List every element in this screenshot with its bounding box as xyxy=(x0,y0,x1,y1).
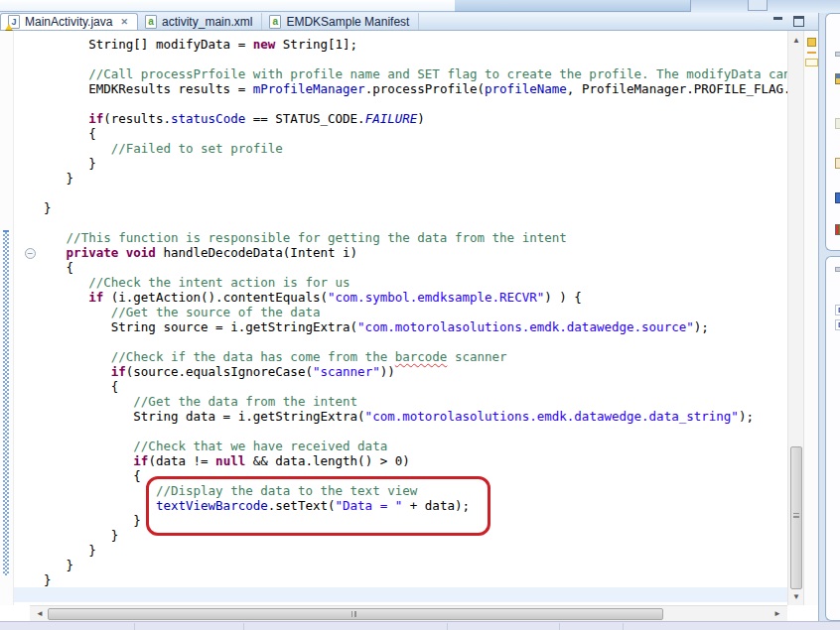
overview-ruler[interactable] xyxy=(803,31,818,605)
warning-range-marker[interactable] xyxy=(805,59,818,66)
horizontal-scrollbar[interactable]: ◄ ► xyxy=(30,605,787,621)
code-line: String source = i.getStringExtra("com.mo… xyxy=(44,319,787,334)
java-file-warning-icon: J xyxy=(8,15,20,29)
minimize-icon[interactable] xyxy=(772,16,785,27)
annotation-ruler[interactable] xyxy=(0,31,14,605)
android-xml-file-icon: a xyxy=(269,15,281,29)
horizontal-scrollbar-row: ◄ ► xyxy=(0,605,818,621)
code-line: EMDKResults results = mProfileManager.pr… xyxy=(44,81,787,96)
tab-label: activity_main.xml xyxy=(162,15,252,29)
code-line: //Failed to set profile xyxy=(44,141,787,156)
tab-mainactivity-java[interactable]: J MainActivity.java ✕ xyxy=(0,13,138,30)
code-line: if(source.equalsIgnoreCase("scanner")) xyxy=(44,364,787,379)
bottom-status-strip xyxy=(0,621,840,630)
toolbar-field xyxy=(0,0,455,12)
panel-menu-icon[interactable] xyxy=(835,267,840,272)
code-line: } xyxy=(44,543,787,558)
close-icon[interactable]: ✕ xyxy=(120,17,128,27)
code-line: //Get the data from the intent xyxy=(44,394,787,409)
code-line: //Check the intent action is for us xyxy=(44,275,787,290)
divider xyxy=(134,623,135,630)
warning-overlay-icon xyxy=(5,24,13,31)
occurrence-marker xyxy=(807,52,816,54)
collapse-icon[interactable]: − xyxy=(25,248,36,259)
side-panel-bottom[interactable]: D D xyxy=(825,256,840,621)
maximize-icon[interactable] xyxy=(793,16,804,27)
tab-label: EMDKSample Manifest xyxy=(286,15,409,29)
divider xyxy=(243,623,244,630)
method-icon xyxy=(835,192,840,203)
toolbar-button[interactable] xyxy=(748,0,768,11)
scroll-up-icon[interactable]: ▲ xyxy=(788,33,804,49)
method-range-indicator xyxy=(3,230,9,575)
scroll-thumb-grip xyxy=(793,513,799,518)
folding-margin[interactable]: − xyxy=(14,31,44,605)
code-line: { xyxy=(44,126,787,141)
code-line: //Check if the data has come from the ba… xyxy=(44,349,787,364)
code-line: } xyxy=(44,200,787,215)
vertical-scroll-thumb[interactable] xyxy=(790,446,802,589)
code-line xyxy=(44,186,787,200)
divider xyxy=(623,623,624,630)
element-icon xyxy=(835,118,840,129)
code-line xyxy=(44,96,787,111)
package-icon xyxy=(835,73,840,84)
tab-activity-main-xml[interactable]: a activity_main.xml xyxy=(138,13,262,30)
side-view-sliver: D D xyxy=(819,13,840,621)
toolbar-field-blue xyxy=(455,0,691,12)
code-line: if (i.getAction().contentEquals("com.sym… xyxy=(44,290,787,305)
tab-label: MainActivity.java xyxy=(25,15,112,29)
type-icon: D xyxy=(835,305,840,315)
warning-marker-icon[interactable] xyxy=(807,38,816,47)
editor-panel: J MainActivity.java ✕ a activity_main.xm… xyxy=(0,13,819,621)
resource-icon xyxy=(835,224,840,235)
tab-bar-spacer xyxy=(419,13,772,30)
view-controls xyxy=(772,13,818,30)
scroll-down-icon[interactable]: ▼ xyxy=(788,589,804,605)
field-icon xyxy=(835,158,840,169)
divider xyxy=(447,623,448,630)
code-line: //Check that we have received data xyxy=(44,439,787,453)
code-line: { xyxy=(44,379,787,394)
editor-content: − String[] modifyData = new String[1]; /… xyxy=(0,31,818,621)
tab-emdksample-manifest[interactable]: a EMDKSample Manifest xyxy=(262,13,419,30)
code-line xyxy=(44,587,787,602)
type-icon: D xyxy=(835,319,840,330)
scroll-thumb-grip xyxy=(351,611,356,617)
toolbar-strip xyxy=(0,0,840,13)
code-line: } xyxy=(44,171,787,186)
vertical-scrollbar[interactable]: ▲ ▼ xyxy=(787,31,803,605)
code-line: if(results.statusCode == STATUS_CODE.FAI… xyxy=(44,111,787,126)
code-line: if(data != null && data.length() > 0) xyxy=(44,453,787,468)
side-panel-top[interactable] xyxy=(825,13,840,251)
code-line xyxy=(44,334,787,349)
code-line: } xyxy=(44,156,787,171)
editor-tab-bar: J MainActivity.java ✕ a activity_main.xm… xyxy=(0,13,818,31)
code-line: } xyxy=(44,572,787,587)
code-line: String data = i.getStringExtra("com.moto… xyxy=(44,409,787,424)
android-xml-file-icon: a xyxy=(145,15,157,29)
code-line xyxy=(44,424,787,439)
panel-menu-icon[interactable] xyxy=(835,52,840,57)
code-line: private void handleDecodeData(Intent i) xyxy=(44,245,787,260)
code-line: //This function is responsible for getti… xyxy=(44,230,787,245)
annotation-red-box xyxy=(146,476,490,536)
code-line: //Get the source of the data xyxy=(44,305,787,319)
scroll-right-icon[interactable]: ► xyxy=(770,606,785,622)
code-line: { xyxy=(44,260,787,275)
code-line xyxy=(44,52,787,66)
scroll-left-icon[interactable]: ◄ xyxy=(32,606,48,622)
eclipse-editor-window: J MainActivity.java ✕ a activity_main.xm… xyxy=(0,0,840,630)
code-line xyxy=(44,215,787,230)
code-line: } xyxy=(44,558,787,572)
horizontal-scroll-thumb[interactable] xyxy=(48,608,663,620)
divider xyxy=(559,623,560,630)
code-line: //Call processPrfoile with profile name … xyxy=(44,66,787,81)
code-line: String[] modifyData = new String[1]; xyxy=(44,37,787,52)
